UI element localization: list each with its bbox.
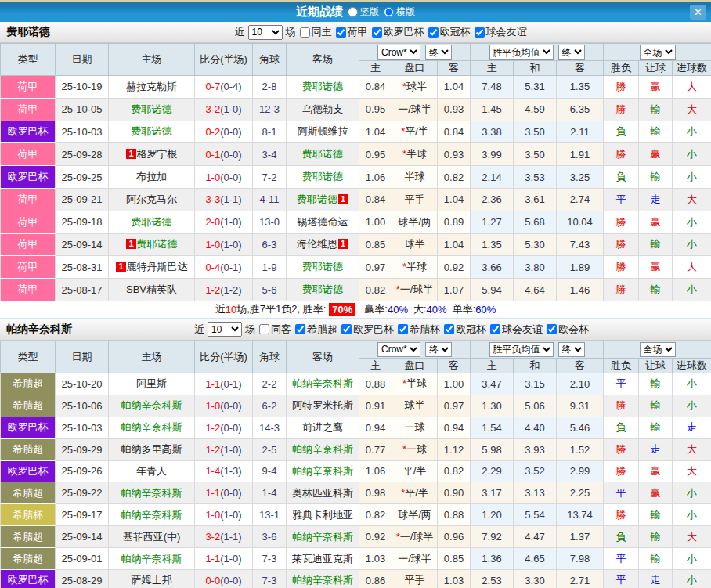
handicap-line: *平/半	[392, 121, 438, 143]
avg-home-odds: 1.36	[471, 548, 514, 570]
home-team: 萨姆士邦	[109, 569, 195, 588]
league-badge: 荷甲	[1, 211, 56, 233]
result-goals: 小	[673, 373, 711, 395]
league-filter-checkbox[interactable]	[490, 324, 500, 334]
handicap-line: 球半/两	[392, 504, 438, 526]
horizontal-layout-option[interactable]: 横版	[384, 5, 415, 19]
team-label: 奥林匹亚科斯	[292, 487, 353, 499]
league-filter-checkbox[interactable]	[475, 27, 485, 38]
handicap-away-odds: 0.93	[438, 98, 471, 121]
games-label: 场	[286, 25, 296, 39]
match-row: 荷甲25-10-19赫拉克勒斯0-7(0-4)2-8费耶诺德0.84*球半1.0…	[1, 76, 711, 99]
final-odds-select[interactable]: 终	[425, 342, 452, 357]
league-badge: 欧罗巴杯	[1, 417, 56, 438]
same-venue-checkbox[interactable]	[300, 27, 310, 38]
team-label: 帕纳辛奈科斯	[292, 377, 353, 389]
same-venue-checkbox[interactable]	[259, 324, 269, 334]
final-avg-select[interactable]: 终	[558, 342, 585, 357]
league-filter-checkbox[interactable]	[341, 324, 352, 334]
same-venue-label: 同主	[312, 25, 332, 39]
avg-home-odds: 5.94	[471, 279, 514, 301]
result-handicap: 赢	[639, 143, 673, 166]
match-date: 25-09-25	[56, 166, 109, 189]
team-label: 帕纳辛奈科斯	[292, 574, 353, 586]
handicap-home-odds: 0.95	[359, 98, 392, 121]
full-score: 0-7	[205, 81, 220, 92]
vertical-layout-option[interactable]: 竖版	[348, 5, 379, 19]
half-score: (1-3)	[220, 465, 241, 477]
result-outcome: 勝	[604, 460, 639, 482]
avg-draw-odds: 3.61	[514, 188, 557, 211]
sub-column-header: 主	[471, 61, 514, 76]
corners: 13-1	[253, 504, 287, 526]
league-badge: 荷甲	[1, 279, 56, 301]
avg-source-select[interactable]: 胜平负均值	[489, 342, 554, 357]
league-filter-checkbox[interactable]	[295, 324, 305, 334]
half-score: (1-2)	[220, 284, 241, 296]
avg-away-odds: 1.91	[557, 143, 604, 166]
horizontal-layout-radio[interactable]	[384, 7, 394, 17]
avg-home-odds: 3.38	[471, 121, 514, 143]
league-filter-checkbox[interactable]	[444, 324, 454, 334]
match-row: 荷甲25-09-18费耶诺德2-0(1-0)13-0锡塔德命运1.00球半/两0…	[1, 211, 711, 233]
sub-column-header: 盘口	[392, 358, 438, 373]
odds-source-select[interactable]: Crow*	[377, 342, 420, 357]
sub-column-header: 客	[557, 358, 604, 373]
corners: 7-3	[253, 548, 287, 570]
vertical-layout-radio[interactable]	[348, 7, 358, 17]
result-goals: 小	[673, 166, 711, 189]
avg-draw-odds: 4.47	[514, 526, 557, 548]
result-outcome: 負	[604, 166, 639, 189]
scope-select[interactable]: 全场	[640, 45, 676, 60]
match-count-select[interactable]: 10	[208, 322, 242, 337]
match-count-select[interactable]: 10	[248, 25, 283, 40]
line-label: 半球	[406, 148, 427, 160]
avg-source-select[interactable]: 胜平负均值	[489, 45, 554, 60]
avg-away-odds: 1.37	[557, 526, 604, 548]
away-team: 帕纳辛奈科斯	[287, 373, 359, 395]
handicap-away-odds: 1.00	[438, 373, 471, 395]
column-header: 客场	[287, 44, 359, 76]
odds-select-group: 胜平负均值终	[471, 341, 604, 358]
sub-column-header: 胜负	[604, 61, 639, 76]
avg-home-odds: 7.92	[471, 526, 514, 548]
sub-column-header: 客	[438, 61, 471, 76]
avg-draw-odds: 3.50	[514, 143, 557, 166]
match-row: 荷甲25-09-281格罗宁根0-1(0-0)3-4费耶诺德0.95*半球0.9…	[1, 143, 711, 166]
league-filter-checkbox[interactable]	[336, 27, 346, 38]
league-badge: 欧罗巴杯	[1, 166, 56, 189]
final-avg-select[interactable]: 终	[558, 45, 585, 60]
handicap-away-odds: 0.84	[438, 121, 471, 143]
league-filter-checkbox[interactable]	[398, 324, 408, 334]
avg-home-odds: 1.45	[471, 98, 514, 121]
handicap-line: 一/球半	[392, 548, 438, 570]
away-team: 乌德勒支	[287, 98, 359, 121]
handicap-home-odds: 0.86	[359, 569, 392, 588]
avg-away-odds: 2.74	[557, 188, 604, 211]
match-date: 25-09-26	[56, 460, 109, 482]
odds-source-select[interactable]: Crow*	[377, 45, 420, 60]
corners: 2-5	[253, 438, 287, 460]
close-button[interactable]: ✕	[690, 5, 706, 20]
score: 1-2(1-0)	[195, 438, 253, 460]
handicap-home-odds: 0.85	[359, 233, 392, 256]
avg-away-odds: 1.52	[557, 438, 604, 460]
final-odds-select[interactable]: 终	[425, 45, 452, 60]
match-date: 25-09-22	[56, 482, 109, 504]
avg-draw-odds: 4.40	[514, 417, 557, 438]
home-team: SBV精英队	[109, 279, 195, 301]
handicap-away-odds: 0.89	[438, 211, 471, 233]
league-filter-checkbox[interactable]	[547, 324, 557, 334]
match-row: 欧罗巴杯25-09-26年青人1-4(1-3)9-4帕纳辛奈科斯1.06平/半0…	[1, 460, 711, 482]
near-label: 近	[194, 323, 204, 337]
handicap-away-odds: 0.97	[438, 395, 471, 417]
result-goals: 小	[673, 569, 711, 588]
scope-select[interactable]: 全场	[640, 342, 676, 357]
corners: 9-4	[253, 460, 287, 482]
league-filter-checkbox[interactable]	[428, 27, 439, 38]
score: 3-2(1-0)	[195, 98, 253, 121]
full-score: 1-1	[205, 378, 220, 390]
match-date: 25-09-14	[56, 233, 109, 256]
league-filter-checkbox[interactable]	[372, 27, 382, 38]
line-label: 半球	[405, 171, 425, 182]
